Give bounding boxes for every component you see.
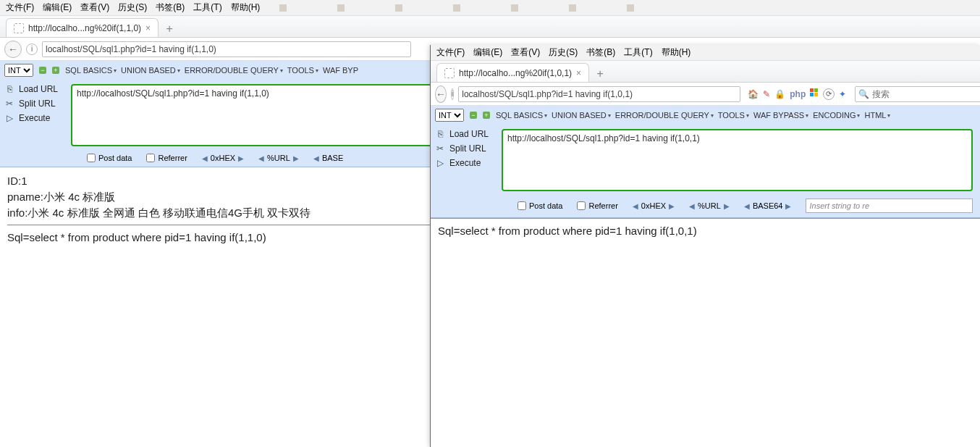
hackbar-actions-left: ⎘Load URL ✂Split URL ▷Execute (4, 84, 65, 146)
load-url-button[interactable]: ⎘Load URL (4, 84, 65, 94)
post-data-checkbox[interactable]: Post data (87, 154, 132, 162)
menu-view[interactable]: 查看(V) (80, 1, 109, 14)
hb-menu-html[interactable]: HTML▾ (864, 111, 890, 120)
split-icon: ✂ (4, 99, 14, 109)
load-icon: ⎘ (435, 129, 445, 139)
address-bar-left[interactable]: localhost/SQL/sql1.php?id=1 having if(1,… (42, 41, 411, 57)
hb-menu-tools[interactable]: TOOLS▾ (287, 66, 318, 75)
pencil-icon[interactable]: ✎ (763, 89, 770, 99)
site-info-icon[interactable] (26, 43, 38, 55)
int-select[interactable]: INT (435, 109, 464, 122)
new-tab-button[interactable]: + (161, 21, 177, 37)
menu-file[interactable]: 文件(F) (436, 46, 465, 59)
hb-menu-error-double[interactable]: ERROR/DOUBLE QUERY▾ (185, 66, 283, 75)
back-button[interactable] (4, 41, 22, 58)
browser-window-right: 文件(F) 编辑(E) 查看(V) 历史(S) 书签(B) 工具(T) 帮助(H… (430, 45, 980, 447)
search-icon: 🔍 (858, 89, 869, 99)
hb-menu-sql-basics[interactable]: SQL BASICS▾ (65, 66, 117, 75)
execute-button[interactable]: ▷Execute (4, 113, 65, 123)
sparkle-icon[interactable]: ✦ (839, 89, 846, 99)
menu-bar-left: 文件(F) 编辑(E) 查看(V) 历史(S) 书签(B) 工具(T) 帮助(H… (0, 0, 980, 16)
encode-0xhex[interactable]: ◀0xHEX▶ (202, 154, 244, 162)
hb-menu-sql-basics[interactable]: SQL BASICS▾ (496, 111, 547, 120)
menu-edit[interactable]: 编辑(E) (473, 46, 502, 59)
home-icon[interactable]: 🏠 (748, 89, 759, 99)
page-content-right: Sql=select * from product where pid=1 ha… (431, 218, 980, 243)
hackbar-right: INT − + SQL BASICS▾ UNION BASED▾ ERROR/D… (431, 106, 980, 218)
plus-icon[interactable]: + (52, 67, 59, 74)
hb-menu-waf-bypass[interactable]: WAF BYPASS▾ (753, 111, 808, 120)
minus-icon[interactable]: − (470, 112, 477, 119)
svg-rect-1 (814, 88, 818, 92)
microsoft-icon[interactable] (810, 88, 819, 99)
svg-rect-2 (810, 93, 814, 96)
menu-bookmarks[interactable]: 书签(B) (156, 1, 185, 14)
address-row-right: localhost/SQL/sql1.php?id=1 having if(1,… (431, 83, 980, 106)
menu-bar-right: 文件(F) 编辑(E) 查看(V) 历史(S) 书签(B) 工具(T) 帮助(H… (431, 45, 980, 61)
menu-tools[interactable]: 工具(T) (624, 46, 652, 59)
split-url-button[interactable]: ✂Split URL (4, 99, 65, 109)
tab-right[interactable]: http://localho...ng%20if(1,0,1) × (436, 63, 589, 82)
tab-favicon (14, 23, 24, 33)
hb-menu-encoding[interactable]: ENCODING▾ (813, 111, 860, 120)
hb-menu-waf[interactable]: WAF BYP (323, 66, 358, 75)
menu-help[interactable]: 帮助(H) (662, 46, 691, 59)
tab-left[interactable]: http://localho...ng%20if(1,1,0) × (6, 18, 159, 37)
hackbar-footer-right: Post data Referrer ◀0xHEX▶ ◀%URL▶ ◀BASE6… (431, 196, 980, 217)
referrer-checkbox[interactable]: Referrer (146, 154, 187, 162)
hb-menu-tools[interactable]: TOOLS▾ (718, 111, 749, 120)
referrer-checkbox[interactable]: Referrer (577, 201, 617, 210)
split-url-button[interactable]: ✂Split URL (435, 143, 496, 154)
execute-button[interactable]: ▷Execute (435, 158, 496, 168)
menu-history[interactable]: 历史(S) (549, 46, 578, 59)
tab-title: http://localho...ng%20if(1,1,0) (28, 23, 141, 33)
int-select[interactable]: INT (4, 64, 33, 77)
menu-help[interactable]: 帮助(H) (231, 1, 261, 14)
lock-icon[interactable]: 🔒 (774, 89, 785, 99)
encode-base64[interactable]: ◀BASE64▶ (744, 201, 792, 210)
back-button[interactable] (435, 85, 447, 103)
hb-menu-union-based[interactable]: UNION BASED▾ (552, 111, 611, 120)
tab-title: http://localho...ng%20if(1,0,1) (459, 68, 572, 78)
tab-strip-right: http://localho...ng%20if(1,0,1) × + (431, 61, 980, 83)
minus-icon[interactable]: − (39, 67, 46, 74)
plus-icon[interactable]: + (483, 112, 490, 119)
menu-view[interactable]: 查看(V) (511, 46, 540, 59)
php-icon[interactable]: php (790, 89, 806, 99)
new-tab-button[interactable]: + (592, 66, 608, 82)
address-bar-right[interactable]: localhost/SQL/sql1.php?id=1 having if(1,… (458, 86, 740, 102)
encode-url[interactable]: ◀%URL▶ (689, 201, 730, 210)
addr-icons-right: 🏠 ✎ 🔒 php ⟳ ✦ (748, 88, 846, 100)
result-sql: Sql=select * from product where pid=1 ha… (438, 225, 973, 237)
encode-0xhex[interactable]: ◀0xHEX▶ (633, 201, 675, 210)
hb-menu-error-double[interactable]: ERROR/DOUBLE QUERY▾ (615, 111, 714, 120)
search-input[interactable] (872, 89, 980, 99)
load-url-button[interactable]: ⎘Load URL (435, 129, 496, 139)
reload-button[interactable]: ⟳ (823, 88, 835, 100)
svg-rect-0 (810, 88, 814, 92)
menu-tools[interactable]: 工具(T) (193, 1, 221, 14)
site-info-icon[interactable] (451, 88, 454, 100)
load-icon: ⎘ (4, 84, 14, 94)
tab-close-icon[interactable]: × (145, 23, 151, 33)
hackbar-body-right: ⎘Load URL ✂Split URL ▷Execute http://loc… (431, 125, 980, 196)
menu-history[interactable]: 历史(S) (118, 1, 147, 14)
tab-close-icon[interactable]: × (576, 68, 581, 78)
tab-favicon (444, 68, 455, 78)
split-icon: ✂ (435, 143, 445, 154)
encode-base[interactable]: ◀BASE (313, 154, 343, 162)
menu-file[interactable]: 文件(F) (6, 1, 34, 14)
encode-url[interactable]: ◀%URL▶ (258, 154, 299, 162)
menu-bookmarks[interactable]: 书签(B) (586, 46, 615, 59)
os-taskbar-ghosts (275, 0, 980, 16)
hb-menu-union-based[interactable]: UNION BASED▾ (121, 66, 180, 75)
hackbar-url-input-right[interactable]: http://localhost/SQL/sql1.php?id=1 havin… (502, 129, 973, 191)
hackbar-toolbar-right: INT − + SQL BASICS▾ UNION BASED▾ ERROR/D… (431, 106, 980, 125)
search-box[interactable]: 🔍 (855, 86, 980, 102)
tab-strip-left: http://localho...ng%20if(1,1,0) × + (0, 16, 980, 38)
menu-edit[interactable]: 编辑(E) (43, 1, 72, 14)
post-data-checkbox[interactable]: Post data (518, 201, 562, 210)
insert-string-input[interactable]: Insert string to re (806, 199, 973, 213)
svg-rect-3 (814, 93, 818, 96)
execute-icon: ▷ (435, 158, 445, 168)
